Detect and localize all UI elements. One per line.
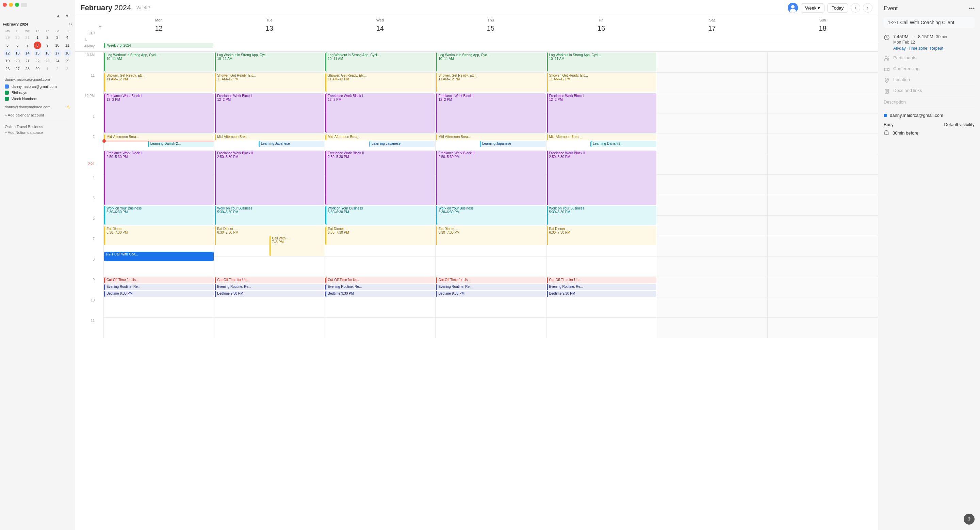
event-learning-danish-mon[interactable]: Learning Danish 2... (148, 141, 214, 147)
event-midafternoon-mon[interactable]: Mid-Afternoon Brea... (104, 134, 214, 140)
rp-tab-timezone[interactable]: Time zone (908, 46, 928, 51)
view-select-btn[interactable]: Week ▾ (801, 3, 824, 13)
event-freelance2-tue[interactable]: Freelance Work Block II 2:50–5:30 PM (215, 150, 324, 205)
minimize-btn[interactable] (9, 3, 13, 7)
event-learning-japanese-thu[interactable]: Learning Japanese (480, 141, 546, 147)
event-cutoff-mon[interactable]: Cut-Off Time for Us... (104, 277, 214, 283)
event-freelance1-wed[interactable]: Freelance Work Block I 12–2 PM (325, 93, 435, 133)
avatar[interactable] (788, 3, 798, 13)
event-bedtime-thu[interactable]: Bedtime 9:30 PM (436, 291, 546, 297)
mini-cal-day[interactable]: 4 (64, 34, 71, 41)
event-bedtime-mon[interactable]: Bedtime 9:30 PM (104, 291, 214, 297)
maximize-btn[interactable] (15, 3, 19, 7)
account-item-birthdays[interactable]: Birthdays (3, 89, 72, 96)
mini-cal-day[interactable]: 10 (54, 42, 61, 49)
event-midafternoon-tue[interactable]: Mid-Afternoon Brea... (215, 134, 324, 140)
mini-cal-day[interactable]: 1 (34, 34, 41, 41)
mini-cal-day[interactable]: 26 (4, 65, 11, 73)
day-header-sat[interactable]: Sat 17 (657, 16, 767, 37)
mini-cal-today[interactable]: 8 (34, 42, 41, 49)
event-midafternoon-thu[interactable]: Mid-Afternoon Brea... (436, 134, 546, 140)
mini-cal-day[interactable]: 13 (14, 49, 21, 57)
prev-week-btn[interactable]: ‹ (851, 3, 860, 13)
event-freelance2-thu[interactable]: Freelance Work Block II 2:50–5:30 PM (436, 150, 546, 205)
event-log-workout-wed[interactable]: Log Workout in Strong App, Cycl... 10–11… (325, 53, 435, 72)
day-header-tue[interactable]: Tue 13 (214, 16, 325, 37)
event-shower-fri[interactable]: Shower, Get Ready, Etc... 11 AM–12 PM (547, 73, 656, 92)
event-freelance2-wed[interactable]: Freelance Work Block II 2:50–5:30 PM (325, 150, 435, 205)
event-learning-danish-fri[interactable]: Learning Danish 2... (590, 141, 656, 147)
mini-cal-day[interactable]: 21 (24, 57, 31, 65)
event-dinner-wed[interactable]: Eat Dinner 6:30–7:30 PM (325, 226, 435, 245)
mini-cal-day[interactable]: 11 (64, 42, 71, 49)
mini-cal-day[interactable]: 5 (4, 42, 11, 49)
day-header-mon[interactable]: Mon 12 (103, 16, 214, 37)
mini-cal-day[interactable]: 3 (54, 34, 61, 41)
close-btn[interactable] (3, 3, 7, 7)
event-work-business-wed[interactable]: Work on Your Business 5:30–6:30 PM (325, 206, 435, 225)
split-btn[interactable] (21, 3, 27, 7)
event-freelance2-mon[interactable]: Freelance Work Block II 2:50–5:30 PM (104, 150, 214, 205)
mini-cal-day[interactable]: 28 (24, 65, 31, 73)
account-item-google[interactable]: danny.maiorca@gmail.com (3, 83, 72, 89)
day-header-fri[interactable]: Fri 16 (546, 16, 657, 37)
mini-cal-day[interactable]: 12 (4, 49, 11, 57)
event-shower-mon[interactable]: Shower, Get Ready, Etc... 11 AM–12 PM (104, 73, 214, 92)
day-header-sun[interactable]: Sun 18 (767, 16, 878, 37)
event-freelance1-thu[interactable]: Freelance Work Block I 12–2 PM (436, 93, 546, 133)
mini-cal-day[interactable]: 14 (24, 49, 31, 57)
event-shower-tue[interactable]: Shower, Get Ready, Etc... 11 AM–12 PM (215, 73, 324, 92)
mini-cal-day[interactable]: 3 (64, 65, 71, 73)
event-coaching-mon[interactable]: 1-2-1 Call With Coa... (104, 252, 214, 261)
event-work-business-tue[interactable]: Work on Your Business 5:30–6:30 PM (215, 206, 324, 225)
event-call-tue[interactable]: Call With ... 7–8 PM (269, 236, 324, 256)
mini-cal-day[interactable]: 15 (34, 49, 41, 57)
mini-cal-day[interactable]: 27 (14, 65, 21, 73)
mini-cal-day[interactable]: 25 (64, 57, 71, 65)
collapse-up-btn[interactable]: ▲ (54, 12, 62, 19)
mini-cal-prev[interactable]: ‹ (69, 22, 70, 27)
event-dinner-fri[interactable]: Eat Dinner 6:30–7:30 PM (547, 226, 656, 245)
event-freelance1-fri[interactable]: Freelance Work Block I 12–2 PM (547, 93, 656, 133)
event-evening-fri[interactable]: Evening Routine: Re... (547, 284, 656, 290)
rp-tab-repeat[interactable]: Repeat (930, 46, 943, 51)
event-log-workout-tue[interactable]: Log Workout in Strong App, Cycl... 10–11… (215, 53, 324, 72)
mini-cal-day[interactable]: 29 (34, 65, 41, 73)
add-allday-btn[interactable]: ± (75, 37, 97, 42)
event-learning-japanese-wed[interactable]: Learning Japanese (369, 141, 435, 147)
mini-cal-next[interactable]: › (71, 22, 72, 27)
event-dinner-mon[interactable]: Eat Dinner 6:30–7:30 PM (104, 226, 214, 245)
event-freelance1-tue[interactable]: Freelance Work Block I 12–2 PM (215, 93, 324, 133)
mini-cal-day[interactable]: 31 (24, 34, 31, 41)
today-btn[interactable]: Today (827, 3, 848, 13)
event-learning-japanese-tue[interactable]: Learning Japanese (259, 141, 324, 147)
event-work-business-thu[interactable]: Work on Your Business 5:30–6:30 PM (436, 206, 546, 225)
event-evening-thu[interactable]: Evening Routine: Re... (436, 284, 546, 290)
event-bedtime-wed[interactable]: Bedtime 9:30 PM (325, 291, 435, 297)
day-header-wed[interactable]: Wed 14 (325, 16, 435, 37)
event-freelance1-mon[interactable]: Freelance Work Block I 12–2 PM (104, 93, 214, 133)
event-evening-mon[interactable]: Evening Routine: Re... (104, 284, 214, 290)
event-cutoff-fri[interactable]: Cut-Off Time for Us... (547, 277, 656, 283)
event-evening-wed[interactable]: Evening Routine: Re... (325, 284, 435, 290)
mini-cal-day[interactable]: 20 (14, 57, 21, 65)
account-item-weeknumbers[interactable]: Week Numbers (3, 96, 72, 102)
mini-cal-day[interactable]: 29 (4, 34, 11, 41)
rp-tab-allday[interactable]: All-day (893, 46, 906, 51)
event-log-workout-fri[interactable]: Log Workout in Strong App, Cycl... 10–11… (547, 53, 656, 72)
event-shower-thu[interactable]: Shower, Get Ready, Etc... 11 AM–12 PM (436, 73, 546, 92)
mini-cal-day[interactable]: 1 (43, 65, 51, 73)
mini-cal-day[interactable]: 24 (54, 57, 61, 65)
event-evening-tue[interactable]: Evening Routine: Re... (215, 284, 324, 290)
event-midafternoon-fri[interactable]: Mid-Afternoon Brea... (547, 134, 656, 140)
add-notion-btn[interactable]: + Add Notion database (3, 129, 72, 136)
event-midafternoon-wed[interactable]: Mid-Afternoon Brea... (325, 134, 435, 140)
mini-cal-day[interactable]: 22 (34, 57, 41, 65)
mini-cal-day[interactable]: 16 (43, 49, 51, 57)
event-shower-wed[interactable]: Shower, Get Ready, Etc... 11 AM–12 PM (325, 73, 435, 92)
add-event-btn[interactable]: + (99, 24, 102, 29)
mini-cal-day[interactable]: 18 (64, 49, 71, 57)
allday-event[interactable]: Week 7 of 2024 (104, 43, 213, 48)
event-cutoff-wed[interactable]: Cut-Off Time for Us... (325, 277, 435, 283)
event-dinner-thu[interactable]: Eat Dinner 6:30–7:30 PM (436, 226, 546, 245)
